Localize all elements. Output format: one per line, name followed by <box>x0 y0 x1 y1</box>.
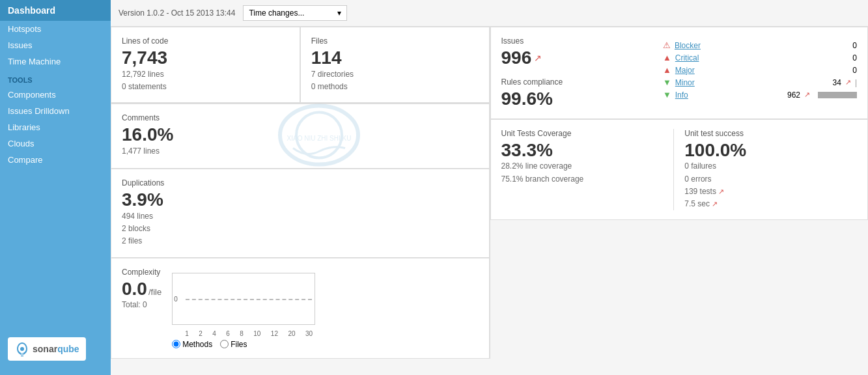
sidebar-title[interactable]: Dashboard <box>0 0 111 21</box>
files-methods: 0 methods <box>311 81 479 93</box>
ut-sec: 7.5 sec <box>684 198 710 210</box>
comments-title: Comments <box>122 113 479 122</box>
complexity-unit: /file <box>148 287 161 297</box>
ut-coverage-value: 33.3% <box>501 141 674 161</box>
info-row: ▼ Info 962 ↗ <box>663 89 857 101</box>
info-icon: ▼ <box>663 90 671 100</box>
methods-radio-input[interactable] <box>172 340 180 348</box>
dashboard-grid: Lines of code 7,743 12,792 lines 0 state… <box>111 27 868 359</box>
ut-errors: 0 errors <box>684 173 857 186</box>
files-title: Files <box>311 36 479 46</box>
unit-coverage-left: Unit Tests Coverage 33.3% 28.2% line cov… <box>501 129 674 211</box>
ut-tests-row: 139 tests ↗ <box>684 186 857 198</box>
files-sub: 7 directories 0 methods <box>311 68 479 93</box>
dup-lines: 494 lines <box>122 210 479 223</box>
sidebar-item-compare[interactable]: Compare <box>0 152 111 168</box>
version-text: Version 1.0.2 - Oct 15 2013 13:44 <box>119 8 235 18</box>
blocker-link[interactable]: Blocker <box>675 41 701 50</box>
time-changes-dropdown[interactable]: Time changes... ▾ <box>243 5 347 21</box>
info-trend: ↗ <box>804 90 810 99</box>
comments-value: 16.0% <box>122 125 479 145</box>
unit-success-right: Unit test success 100.0% 0 failures 0 er… <box>673 129 857 211</box>
minor-count: 34 <box>822 78 841 87</box>
complexity-value: 0.0 <box>122 279 147 299</box>
issues-panel: Issues 996 ↗ Rules compliance 99.6% ⚠ Bl… <box>490 27 869 119</box>
unit-tests-panel: Unit Tests Coverage 33.3% 28.2% line cov… <box>490 119 869 221</box>
files-value: 114 <box>311 48 479 68</box>
duplications-panel: Duplications 3.9% 494 lines 2 blocks 2 f… <box>111 169 490 257</box>
sonarqube-icon <box>14 341 30 357</box>
ut-tests: 139 tests <box>684 186 716 198</box>
complexity-left: Complexity 0.0 /file Total: 0 <box>122 268 161 349</box>
sonarqube-logo-container: sonarqube <box>0 329 111 368</box>
row-loc-files: Lines of code 7,743 12,792 lines 0 state… <box>111 27 490 104</box>
chart-radio-group: Methods Files <box>172 340 315 349</box>
files-label: Files <box>231 340 247 349</box>
issues-value-row: 996 ↗ <box>501 48 663 68</box>
chart-x-labels: 1 2 4 6 8 10 12 20 30 <box>172 330 315 337</box>
critical-icon: ▲ <box>663 53 671 62</box>
sidebar-item-hotspots[interactable]: Hotspots <box>0 21 111 37</box>
ut-coverage-sub: 28.2% line coverage 75.1% branch coverag… <box>501 160 674 185</box>
sidebar-item-issues-drilldown[interactable]: Issues Drilldown <box>0 103 111 119</box>
major-link[interactable]: Major <box>675 66 695 75</box>
minor-link[interactable]: Minor <box>675 78 695 87</box>
loc-sub: 12,792 lines 0 statements <box>122 68 289 93</box>
ut-success-title: Unit test success <box>684 129 857 138</box>
comments-lines: 1,477 lines <box>122 145 479 158</box>
ut-line-coverage: 28.2% line coverage <box>501 160 674 173</box>
sidebar-tools-heading: TOOLS <box>0 70 111 87</box>
files-directories: 7 directories <box>311 68 479 81</box>
issues-title: Issues <box>501 36 663 46</box>
critical-link[interactable]: Critical <box>675 53 699 62</box>
files-radio-input[interactable] <box>220 340 229 348</box>
issues-trend-icon: ↗ <box>534 53 542 63</box>
chevron-down-icon: ▾ <box>337 8 341 18</box>
issues-value: 996 <box>501 48 532 68</box>
issues-left: Issues 996 ↗ Rules compliance 99.6% <box>501 36 663 109</box>
comments-sub: 1,477 lines <box>122 145 479 158</box>
loc-value: 7,743 <box>122 48 289 68</box>
ut-coverage-title: Unit Tests Coverage <box>501 129 674 138</box>
left-column: Lines of code 7,743 12,792 lines 0 state… <box>111 27 490 359</box>
critical-row: ▲ Critical 0 <box>663 51 857 64</box>
info-bar <box>818 92 857 98</box>
minor-row: ▼ Minor 34 ↗ | <box>663 76 857 89</box>
rules-value: 99.6% <box>501 89 663 109</box>
rules-title: Rules compliance <box>501 77 663 87</box>
ut-success-sub: 0 failures 0 errors 139 tests ↗ 7.5 sec … <box>684 160 857 210</box>
complexity-panel: Complexity 0.0 /file Total: 0 0 1 2 <box>111 258 490 359</box>
sidebar-item-clouds[interactable]: Clouds <box>0 135 111 152</box>
sidebar-item-issues[interactable]: Issues <box>0 37 111 53</box>
dropdown-label: Time changes... <box>249 8 304 18</box>
dup-blocks: 2 blocks <box>122 223 479 235</box>
svg-point-0 <box>20 347 24 351</box>
duplications-title: Duplications <box>122 178 479 188</box>
loc-statements: 0 statements <box>122 81 289 93</box>
duplications-sub: 494 lines 2 blocks 2 files <box>122 210 479 248</box>
files-radio[interactable]: Files <box>220 340 247 349</box>
blocker-icon: ⚠ <box>663 40 671 50</box>
critical-count: 0 <box>837 53 857 62</box>
methods-radio[interactable]: Methods <box>172 340 212 349</box>
issues-severity: ⚠ Blocker 0 ▲ Critical 0 ▲ Major 0 <box>663 36 857 109</box>
sonarqube-text: sonarqube <box>33 344 79 354</box>
minor-separator: | <box>855 78 857 87</box>
loc-lines: 12,792 lines <box>122 68 289 81</box>
comments-panel: Comments 16.0% 1,477 lines XIAO NIU ZHI … <box>111 104 490 169</box>
sidebar-item-components[interactable]: Components <box>0 87 111 103</box>
dup-files: 2 files <box>122 235 479 247</box>
complexity-right: 0 1 2 4 6 8 10 12 20 30 <box>172 268 315 349</box>
complexity-total: Total: 0 <box>122 299 161 311</box>
minor-trend: ↗ <box>845 78 851 87</box>
loc-panel: Lines of code 7,743 12,792 lines 0 state… <box>111 27 300 103</box>
methods-label: Methods <box>182 340 212 349</box>
info-link[interactable]: Info <box>675 90 688 100</box>
complexity-title: Complexity <box>122 268 161 277</box>
loc-title: Lines of code <box>122 36 289 46</box>
major-icon: ▲ <box>663 65 671 75</box>
sidebar-item-time-machine[interactable]: Time Machine <box>0 53 111 70</box>
sidebar-item-libraries[interactable]: Libraries <box>0 119 111 135</box>
rules-section: Rules compliance 99.6% <box>501 77 663 109</box>
chart-zero-label: 0 <box>174 295 178 302</box>
